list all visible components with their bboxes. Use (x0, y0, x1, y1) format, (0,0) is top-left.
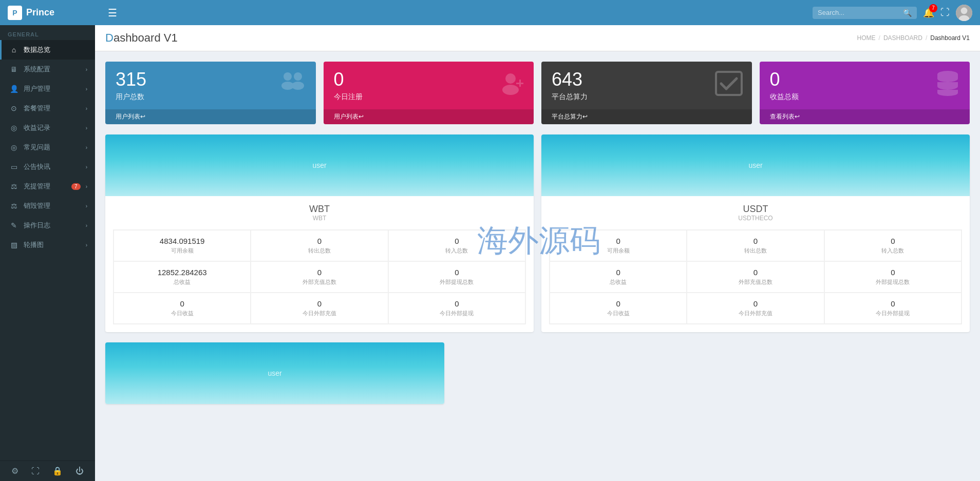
expand-icon[interactable]: ⛶ (31, 467, 40, 476)
usdt-user-label: user (748, 161, 762, 169)
user-add-card-icon (498, 69, 526, 104)
svg-rect-11 (716, 72, 742, 95)
layout: GENERAL ⌂ 数据总览 🖥 系统配置 › 👤 用户管理 › ⊙ 套餐管理 … (0, 25, 980, 481)
sidebar-footer: ⚙ ⛶ 🔒 ⏻ (0, 460, 95, 481)
sidebar-item-banner[interactable]: ▨ 轮播图 › (0, 235, 95, 255)
sidebar-item-users[interactable]: 👤 用户管理 › (0, 79, 95, 99)
sidebar-label-notice: 公告快讯 (24, 162, 81, 171)
sidebar-item-income[interactable]: ◎ 收益记录 › (0, 118, 95, 138)
dashboard-icon: ⌂ (9, 46, 18, 54)
users-card-icon (277, 69, 308, 101)
expand-icon[interactable]: ⛶ (940, 7, 950, 18)
search-icon[interactable]: 🔍 (903, 9, 912, 17)
stat-footer-earnings[interactable]: 查看列表↩ (760, 109, 970, 124)
stat-card-registered: 0 今日注册 用户列表↩ (324, 62, 534, 124)
svg-point-5 (294, 72, 302, 81)
wbt-subtitle: WBT (113, 215, 526, 222)
usdt-cell-3: 0 总收益 (550, 261, 687, 293)
breadcrumb-home[interactable]: HOME (857, 34, 876, 42)
sidebar-item-oplog[interactable]: ✎ 操作日志 › (0, 216, 95, 235)
sidebar-item-destroy[interactable]: ⚖ 销毁管理 › (0, 196, 95, 216)
breadcrumb-dashboard[interactable]: DASHBOARD (883, 34, 922, 42)
page-title: Dashboard V1 (105, 31, 178, 45)
stat-card-earnings: 0 收益总额 查看列表↩ (760, 62, 970, 124)
wbt-cell-1: 0 转出总数 (251, 230, 388, 261)
usdt-data-grid: 0 可用余额 0 转出总数 0 转入总数 0 总 (549, 229, 962, 324)
charts-row: user WBT WBT 4834.091519 可用余额 0 转出总数 (95, 134, 980, 342)
settings-icon[interactable]: ⚙ (11, 466, 18, 476)
stat-card-hashrate: 643 平台总算力 平台总算力↩ (541, 62, 752, 124)
svg-point-18 (937, 90, 958, 96)
usdt-title: USDT (549, 204, 962, 215)
notice-icon: ▭ (9, 163, 18, 171)
database-card-icon (934, 69, 962, 104)
stat-footer-users[interactable]: 用户列表↩ (105, 109, 316, 124)
svg-point-6 (292, 82, 304, 90)
stat-label-registered: 今日注册 (334, 92, 524, 102)
wbt-cell-3: 12852.284263 总收益 (114, 261, 251, 293)
wbt-cell-2: 0 转入总数 (388, 230, 525, 261)
sidebar-item-notice[interactable]: ▭ 公告快讯 › (0, 157, 95, 177)
breadcrumb-current: Dashboard V1 (930, 34, 970, 42)
usdt-subtitle: USDTHECO (549, 215, 962, 222)
user-avatar[interactable] (956, 5, 972, 21)
wbt-title: WBT (113, 204, 526, 215)
arrow-icon: › (86, 203, 87, 209)
wbt-cell-4: 0 外部充值总数 (251, 261, 388, 293)
stat-card-users: 315 用户总数 用户列表↩ (105, 62, 316, 124)
stat-footer-registered[interactable]: 用户列表↩ (324, 109, 534, 124)
faq-icon: ◎ (9, 143, 18, 151)
power-icon[interactable]: ⏻ (76, 467, 84, 476)
usdt-chart-body: USDT USDTHECO 0 可用余额 0 转出总数 0 (541, 196, 970, 332)
arrow-icon: › (86, 106, 87, 111)
header-right: 🔍 🔔 7 ⛶ (813, 5, 972, 21)
svg-point-1 (961, 7, 968, 14)
notification-badge: 7 (929, 4, 937, 12)
main-content: Dashboard V1 HOME / DASHBOARD / Dashboar… (95, 25, 980, 481)
content-header: Dashboard V1 HOME / DASHBOARD / Dashboar… (95, 25, 980, 51)
sidebar-label-packages: 套餐管理 (24, 104, 81, 113)
sidebar-item-packages[interactable]: ⊙ 套餐管理 › (0, 99, 95, 118)
sidebar: GENERAL ⌂ 数据总览 🖥 系统配置 › 👤 用户管理 › ⊙ 套餐管理 … (0, 25, 95, 481)
svg-point-8 (502, 85, 519, 95)
stat-footer-hashrate[interactable]: 平台总算力↩ (541, 109, 752, 124)
lock-icon[interactable]: 🔒 (52, 466, 63, 476)
sidebar-item-system[interactable]: 🖥 系统配置 › (0, 60, 95, 79)
wbt-cell-0: 4834.091519 可用余额 (114, 230, 251, 261)
arrow-icon: › (86, 242, 87, 248)
svg-point-14 (937, 75, 958, 82)
bottom-panel: user (105, 342, 444, 404)
bottom-chart-header: user (105, 342, 444, 404)
menu-toggle-button[interactable]: ☰ (108, 7, 117, 19)
packages-icon: ⊙ (9, 104, 18, 112)
bottom-row: user (95, 342, 980, 414)
arrow-icon: › (86, 223, 87, 228)
arrow-icon: › (86, 184, 87, 189)
check-card-icon (713, 69, 744, 104)
stats-row: 315 用户总数 用户列表↩ 0 今日注册 (95, 51, 980, 134)
wbt-panel: user WBT WBT 4834.091519 可用余额 0 转出总数 (105, 134, 534, 332)
logo-icon: P (8, 6, 22, 20)
oplog-icon: ✎ (9, 221, 18, 229)
usdt-cell-1: 0 转出总数 (687, 230, 824, 261)
svg-rect-10 (516, 83, 523, 84)
app-name: Prince (26, 7, 54, 18)
wbt-data-grid: 4834.091519 可用余额 0 转出总数 0 转入总数 12852.2 (113, 229, 526, 324)
sidebar-item-faq[interactable]: ◎ 常见问题 › (0, 138, 95, 157)
usdt-cell-8: 0 今日外部提现 (824, 293, 962, 324)
svg-point-16 (937, 83, 958, 90)
sidebar-label-users: 用户管理 (24, 84, 81, 93)
search-box[interactable]: 🔍 (813, 7, 917, 19)
sidebar-item-dashboard[interactable]: ⌂ 数据总览 (0, 40, 95, 60)
logo-area: P Prince (8, 6, 100, 20)
search-input[interactable] (818, 9, 900, 16)
arrow-icon: › (86, 86, 87, 92)
usdt-cell-0: 0 可用余额 (550, 230, 687, 261)
usdt-cell-2: 0 转入总数 (824, 230, 962, 261)
recharge-badge: 7 (71, 183, 81, 190)
sidebar-item-recharge[interactable]: ⚖ 充提管理 7 › (0, 177, 95, 196)
arrow-icon: › (86, 164, 87, 170)
recharge-icon: ⚖ (9, 182, 18, 190)
destroy-icon: ⚖ (9, 202, 18, 210)
notification-bell[interactable]: 🔔 7 (923, 7, 934, 18)
